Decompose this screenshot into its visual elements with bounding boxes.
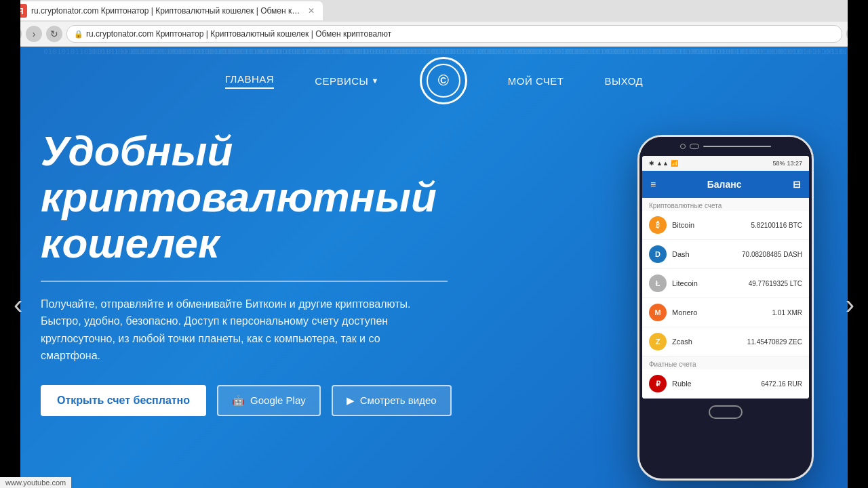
- hero-title: Удобный криптовалютный кошелек: [41, 128, 515, 267]
- coin-balance: 11.45470829 ZEC: [747, 338, 802, 346]
- hero-buttons: Открыть счет бесплатно 🤖 Google Play ▶ С…: [41, 385, 515, 416]
- phone-app-navbar: ≡ Баланс ⊟: [642, 171, 809, 198]
- fiat-section-label: Фиатные счета: [642, 357, 809, 369]
- logo-inner-ring: ©: [427, 64, 460, 98]
- browser-status-bar: www.youtube.com: [0, 477, 71, 488]
- browser-chrome: Я ru.cryptonator.com Криптонатор | Крипт…: [0, 0, 868, 47]
- android-icon: 🤖: [232, 394, 245, 407]
- tab-bar: Я ru.cryptonator.com Криптонатор | Крипт…: [0, 0, 868, 22]
- active-tab[interactable]: Я ru.cryptonator.com Криптонатор | Крипт…: [5, 1, 323, 20]
- phone-screen: ✱ ▲▲ 📶 58% 13:27 ≡ Баланс ⊟: [642, 156, 809, 399]
- signal-icon: ▲▲: [656, 160, 669, 167]
- phone-speaker: [690, 144, 699, 149]
- coin-row[interactable]: DDash70.08208485 DASH: [642, 240, 809, 269]
- phone-bottom-bar: [639, 399, 812, 426]
- navbar: ГЛАВНАЯ СЕРВИСЫ ▼ © МОЙ СЧЕТ ВЫХОД: [0, 47, 868, 115]
- coin-name: Litecoin: [672, 279, 749, 287]
- carousel-right-arrow[interactable]: ›: [846, 289, 854, 320]
- open-account-button[interactable]: Открыть счет бесплатно: [41, 385, 206, 416]
- phone-outer-frame: ✱ ▲▲ 📶 58% 13:27 ≡ Баланс ⊟: [637, 135, 814, 481]
- coin-name: Bitcoin: [672, 221, 751, 229]
- url-text: ru.cryptonator.com Криптонатор | Криптов…: [86, 29, 391, 39]
- youtube-icon: ▶: [347, 394, 355, 407]
- logo-symbol: ©: [438, 72, 449, 89]
- nav-my-account[interactable]: МОЙ СЧЕТ: [508, 75, 564, 87]
- coin-name: Ruble: [672, 380, 761, 388]
- menu-icon: ≡: [650, 179, 656, 190]
- refresh-button[interactable]: ↻: [46, 26, 62, 42]
- coin-row[interactable]: ₽Ruble6472.16 RUR: [642, 369, 809, 399]
- watch-video-button[interactable]: ▶ Смотреть видео: [332, 385, 452, 416]
- time-text: 13:27: [787, 160, 802, 167]
- phone-status-icons-right: 58% 13:27: [772, 160, 802, 167]
- coin-row[interactable]: MMonero1.01 XMR: [642, 298, 809, 327]
- coin-icon: Z: [649, 333, 667, 350]
- carousel-left-arrow[interactable]: ‹: [14, 289, 22, 320]
- hero-description: Получайте, отправляйте и обменивайте Бит…: [41, 296, 434, 365]
- forward-button[interactable]: ›: [26, 26, 42, 42]
- coin-rows: ₿Bitcoin5.82100116 BTCDDash70.08208485 D…: [642, 211, 809, 357]
- phone-line: [703, 146, 771, 147]
- url-field[interactable]: 🔒 ru.cryptonator.com Криптонатор | Крипт…: [66, 25, 842, 43]
- coin-icon: Ł: [649, 274, 667, 292]
- google-play-button[interactable]: 🤖 Google Play: [217, 385, 321, 416]
- phone-home-button[interactable]: [709, 405, 743, 419]
- coin-name: Monero: [672, 308, 772, 317]
- coin-balance: 5.82100116 BTC: [751, 222, 802, 229]
- dropdown-arrow-icon: ▼: [371, 77, 378, 85]
- settings-icon: ⊟: [793, 179, 801, 190]
- coin-balance: 1.01 XMR: [772, 309, 802, 317]
- secure-icon: 🔒: [74, 30, 83, 39]
- coin-balance: 49.77619325 LTC: [749, 280, 802, 287]
- nav-logout[interactable]: ВЫХОД: [604, 75, 643, 87]
- site-wrapper: 0101010110100101010101010101001010101010…: [0, 47, 868, 488]
- hero-left-content: Удобный криптовалютный кошелек Получайте…: [41, 128, 515, 416]
- nav-links: ГЛАВНАЯ СЕРВИСЫ ▼ © МОЙ СЧЕТ ВЫХОД: [225, 57, 643, 104]
- tab-close-button[interactable]: ✕: [308, 6, 315, 16]
- nav-services[interactable]: СЕРВИСЫ ▼: [315, 75, 379, 87]
- phone-status-bar: ✱ ▲▲ 📶 58% 13:27: [642, 156, 809, 171]
- phone-mockup: ✱ ▲▲ 📶 58% 13:27 ≡ Баланс ⊟: [637, 135, 814, 481]
- phone-balance-title: Баланс: [707, 179, 742, 190]
- hero-divider: [41, 281, 448, 282]
- coin-icon: D: [649, 245, 667, 263]
- address-bar: ‹ › ↻ 🔒 ru.cryptonator.com Криптонатор |…: [0, 22, 868, 46]
- coin-balance: 70.08208485 DASH: [742, 251, 802, 258]
- coin-icon: ₽: [649, 375, 667, 392]
- wifi-icon: 📶: [671, 160, 678, 167]
- phone-top-bar: [639, 137, 812, 156]
- coin-icon: ₿: [649, 216, 667, 234]
- site-logo[interactable]: ©: [420, 57, 467, 104]
- fiat-rows: ₽Ruble6472.16 RUR: [642, 369, 809, 399]
- battery-text: 58%: [772, 160, 785, 167]
- coin-row[interactable]: ₿Bitcoin5.82100116 BTC: [642, 211, 809, 240]
- crypto-section-label: Криптовалютные счета: [642, 198, 809, 211]
- nav-home[interactable]: ГЛАВНАЯ: [225, 73, 274, 89]
- coin-name: Zcash: [672, 338, 747, 346]
- coin-row[interactable]: ŁLitecoin49.77619325 LTC: [642, 269, 809, 298]
- coin-row[interactable]: ZZcash11.45470829 ZEC: [642, 327, 809, 357]
- tab-title: ru.cryptonator.com Криптонатор | Криптов…: [31, 6, 302, 16]
- bluetooth-icon: ✱: [649, 160, 654, 167]
- phone-camera: [680, 144, 686, 149]
- coin-balance: 6472.16 RUR: [761, 380, 802, 388]
- coin-name: Dash: [672, 250, 742, 258]
- coin-icon: M: [649, 304, 667, 321]
- phone-status-icons-left: ✱ ▲▲ 📶: [649, 160, 678, 167]
